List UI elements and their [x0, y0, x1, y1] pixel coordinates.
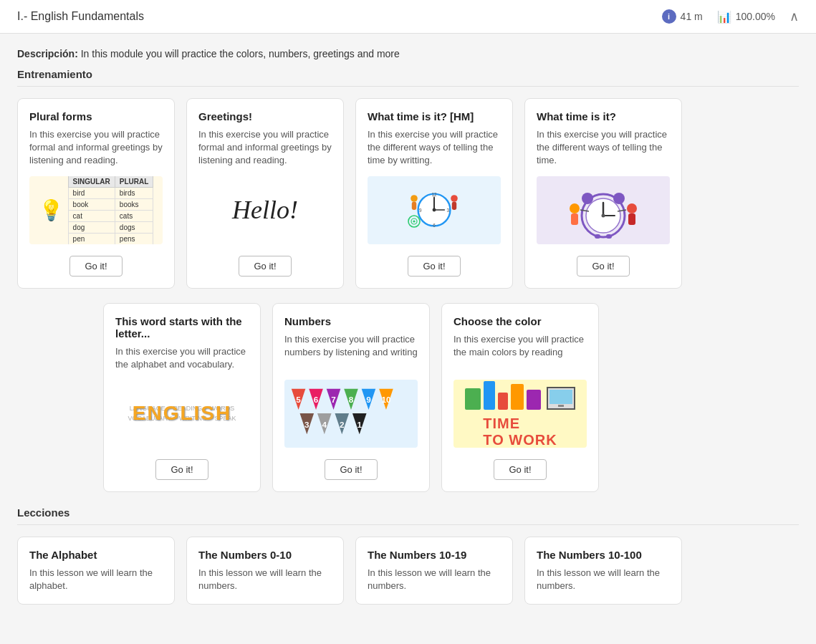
- card-title-time: What time is it?: [537, 110, 670, 122]
- header-right: i 41 m 📊 100.00% ∧: [662, 9, 799, 24]
- go-button-numbers[interactable]: Go it!: [325, 459, 377, 480]
- main-content: Descripción: In this module you will pra…: [0, 34, 816, 619]
- svg-rect-27: [628, 213, 635, 225]
- lesson-card-alphabet: The Alphabet In this lesson we will lear…: [17, 537, 175, 605]
- timer-label: 41 m: [681, 11, 703, 22]
- card-what-time-hm: What time is it? [HM] In this exercise y…: [355, 98, 513, 289]
- training-cards-row2: This word starts with the letter... In t…: [17, 303, 799, 492]
- alarm-clock-svg: [560, 176, 646, 244]
- card-image-color: TIMETO WORK: [453, 380, 587, 448]
- svg-text:1: 1: [357, 420, 362, 429]
- svg-text:5: 5: [296, 395, 301, 405]
- card-title-greetings: Greetings!: [198, 110, 332, 122]
- card-desc-plural: In this exercise you will practice forma…: [29, 128, 163, 168]
- card-title-color: Choose the color: [453, 315, 587, 327]
- lesson-desc-alphabet: In this lesson we will learn the alphabe…: [29, 567, 163, 592]
- svg-point-10: [451, 195, 458, 202]
- card-choose-color: Choose the color In this exercise you wi…: [441, 303, 599, 492]
- svg-text:6: 6: [314, 395, 319, 405]
- card-desc-time-hm: In this exercise you will practice the d…: [368, 128, 501, 168]
- training-cards-row1: Plural forms In this exercise you will p…: [17, 98, 799, 289]
- svg-point-3: [433, 208, 436, 212]
- module-title: I.- English Fundamentals: [17, 10, 144, 23]
- description: Descripción: In this module you will pra…: [17, 48, 799, 59]
- lesson-cards: The Alphabet In this lesson we will lear…: [17, 537, 799, 605]
- lessons-section-title: Lecciones: [17, 506, 799, 525]
- lesson-title-numbers-10-100: The Numbers 10-100: [537, 549, 670, 561]
- lesson-title-numbers-0-10: The Numbers 0-10: [198, 549, 332, 561]
- collapse-button[interactable]: ∧: [789, 9, 799, 24]
- svg-text:10: 10: [381, 395, 391, 405]
- card-plural-forms: Plural forms In this exercise you will p…: [17, 98, 175, 289]
- card-title-word: This word starts with the letter...: [115, 315, 249, 340]
- lesson-title-alphabet: The Alphabet: [29, 549, 163, 561]
- timer-icon: i: [662, 9, 676, 24]
- svg-text:8: 8: [349, 395, 354, 405]
- card-title-time-hm: What time is it? [HM]: [368, 110, 501, 122]
- timer-badge: i 41 m: [662, 9, 703, 24]
- svg-point-24: [570, 203, 580, 213]
- svg-text:9: 9: [366, 395, 371, 405]
- lesson-card-numbers-0-10: The Numbers 0-10 In this lesson we will …: [186, 537, 344, 605]
- lesson-desc-numbers-10-100: In this lesson we will learn the numbers…: [537, 567, 670, 592]
- svg-rect-11: [452, 202, 456, 210]
- go-button-time[interactable]: Go it!: [577, 256, 629, 277]
- svg-text:3: 3: [446, 208, 449, 213]
- english-wordcloud: ENGLISH: [133, 402, 231, 425]
- lesson-card-numbers-10-100: The Numbers 10-100 In this lesson we wil…: [524, 537, 682, 605]
- card-word-starts: This word starts with the letter... In t…: [103, 303, 261, 492]
- training-section-title: Entrenamiento: [17, 68, 799, 87]
- card-title-plural: Plural forms: [29, 110, 163, 122]
- svg-rect-23: [606, 234, 612, 239]
- bar-chart-icon: 📊: [717, 10, 731, 24]
- card-numbers: Numbers In this exercise you will practi…: [272, 303, 430, 492]
- card-image-time-hm: 12 3 6 9: [368, 176, 501, 244]
- svg-text:3: 3: [304, 420, 309, 429]
- time-work-text: TIMETO WORK: [483, 415, 557, 448]
- card-image-time: [537, 176, 670, 244]
- svg-point-17: [582, 193, 593, 204]
- lesson-desc-numbers-0-10: In this lesson we will learn the numbers…: [198, 567, 332, 592]
- go-button-word[interactable]: Go it!: [155, 459, 208, 480]
- description-label: Descripción:: [17, 48, 78, 59]
- card-title-numbers: Numbers: [284, 315, 418, 327]
- lesson-desc-numbers-10-19: In this lesson we will learn the numbers…: [368, 567, 501, 592]
- card-desc-time: In this exercise you will practice the d…: [537, 128, 670, 168]
- svg-rect-25: [571, 213, 578, 225]
- svg-rect-9: [412, 202, 416, 210]
- lesson-title-numbers-10-19: The Numbers 10-19: [368, 549, 501, 561]
- card-desc-color: In this exercise you will practice the m…: [453, 333, 587, 371]
- card-image-greetings: Hello!: [198, 176, 332, 244]
- card-image-plural: 💡 SINGULAR PLURAL birdbirds bookbooks ca…: [29, 176, 163, 244]
- svg-point-14: [413, 220, 415, 222]
- svg-point-8: [411, 195, 418, 202]
- card-image-word: LANGUAGE READING WORDSVOCABULARY WRITING…: [115, 380, 249, 448]
- svg-text:2: 2: [340, 420, 345, 429]
- go-button-time-hm[interactable]: Go it!: [408, 256, 460, 277]
- go-button-plural[interactable]: Go it!: [69, 256, 122, 277]
- svg-text:7: 7: [331, 395, 336, 405]
- hello-text: Hello!: [232, 195, 298, 225]
- progress-badge: 📊 100.00%: [717, 10, 775, 24]
- numbers-svg: 5 6 7 8 9 10 3 4 2: [284, 381, 418, 446]
- plural-table: SINGULAR PLURAL birdbirds bookbooks catc…: [68, 176, 154, 244]
- svg-point-18: [613, 193, 625, 204]
- clock-svg: 12 3 6 9: [405, 181, 463, 239]
- svg-text:9: 9: [419, 208, 422, 213]
- card-desc-word: In this exercise you will practice the a…: [115, 345, 249, 371]
- card-what-time: What time is it? In this exercise you wi…: [524, 98, 682, 289]
- svg-point-21: [602, 214, 605, 218]
- card-desc-greetings: In this exercise you will practice forma…: [198, 128, 332, 168]
- card-greetings: Greetings! In this exercise you will pra…: [186, 98, 344, 289]
- card-image-numbers: 5 6 7 8 9 10 3 4 2: [284, 380, 418, 448]
- lesson-card-numbers-10-19: The Numbers 10-19 In this lesson we will…: [355, 537, 513, 605]
- progress-label: 100.00%: [736, 11, 775, 22]
- description-text: In this module you will practice the col…: [81, 48, 400, 59]
- svg-text:4: 4: [322, 420, 327, 429]
- svg-rect-22: [595, 234, 600, 239]
- card-desc-numbers: In this exercise you will practice numbe…: [284, 333, 418, 371]
- go-button-color[interactable]: Go it!: [494, 459, 546, 480]
- go-button-greetings[interactable]: Go it!: [239, 256, 291, 277]
- header: I.- English Fundamentals i 41 m 📊 100.00…: [0, 0, 816, 34]
- svg-text:6: 6: [433, 223, 436, 228]
